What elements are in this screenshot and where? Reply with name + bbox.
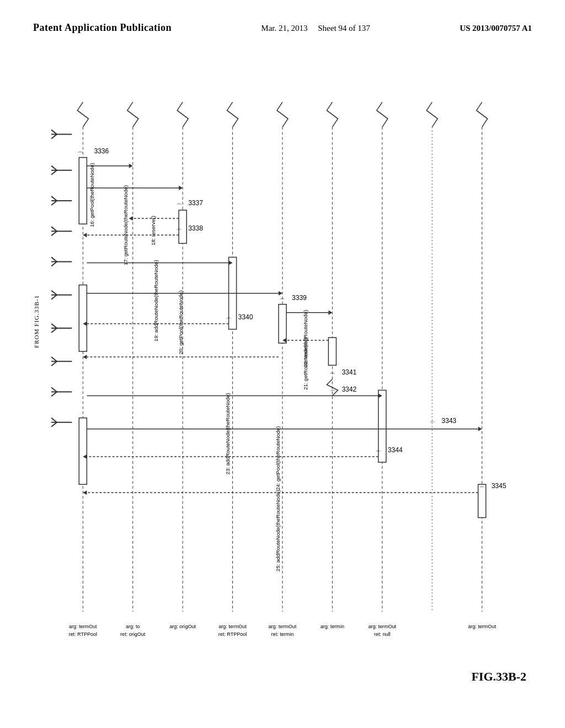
- svg-rect-14: [328, 338, 336, 365]
- svg-text:3344: 3344: [388, 446, 403, 454]
- fig-label: FIG.33B-2: [471, 670, 526, 684]
- svg-text:⌒: ⌒: [479, 486, 485, 493]
- svg-text:⌒: ⌒: [279, 298, 285, 304]
- svg-rect-16: [79, 418, 87, 485]
- header-date: Mar. 21, 2013: [261, 24, 307, 33]
- svg-rect-9: [79, 158, 87, 224]
- svg-marker-23: [129, 216, 133, 221]
- svg-marker-41: [478, 427, 482, 431]
- svg-text:arg: termOut: arg: termOut: [69, 624, 97, 629]
- svg-text:arg: to: arg: to: [126, 624, 140, 629]
- svg-text:arg: termin: arg: termin: [321, 624, 344, 629]
- svg-text:⌒: ⌒: [375, 450, 381, 457]
- svg-text:3340: 3340: [238, 313, 253, 321]
- svg-rect-12: [79, 285, 87, 352]
- svg-text:18: reserve(): 18: reserve(): [150, 216, 156, 245]
- header-sheet: Sheet 94 of 137: [318, 24, 370, 33]
- svg-marker-43: [83, 490, 87, 495]
- svg-text:3337: 3337: [188, 199, 203, 207]
- svg-marker-35: [83, 355, 87, 359]
- svg-text:⌒: ⌒: [226, 317, 232, 324]
- svg-text:3339: 3339: [292, 294, 307, 302]
- svg-text:16: getPool(theRouteNode): 16: getPool(theRouteNode): [89, 163, 95, 227]
- svg-text:3343: 3343: [441, 417, 456, 425]
- svg-text:20: getPool(theRouteNode): 20: getPool(theRouteNode): [178, 291, 184, 355]
- diagram-container: FROM FIG.33B-1: [33, 85, 548, 695]
- svg-text:3336: 3336: [94, 147, 109, 155]
- svg-marker-25: [83, 233, 87, 237]
- svg-text:arg: termOut: arg: termOut: [269, 624, 297, 629]
- svg-marker-31: [328, 311, 332, 315]
- svg-text:⌒: ⌒: [329, 372, 335, 379]
- svg-text:ret: origOut: ret: origOut: [120, 631, 146, 637]
- svg-text:arg: origOut: arg: origOut: [169, 624, 196, 629]
- svg-text:⌒: ⌒: [77, 151, 83, 158]
- svg-text:⌒: ⌒: [429, 421, 435, 427]
- header-meta: Mar. 21, 2013 Sheet 94 of 137: [194, 24, 438, 33]
- svg-text:ret: RTPPool: ret: RTPPool: [218, 631, 247, 637]
- svg-text:17: getRouteNode(theRouteNode): 17: getRouteNode(theRouteNode): [122, 185, 129, 265]
- svg-text:⌒: ⌒: [176, 228, 182, 235]
- svg-text:⌒: ⌒: [329, 389, 335, 396]
- svg-text:arg: termOut: arg: termOut: [218, 624, 247, 629]
- svg-text:ret: RTPPool: ret: RTPPool: [69, 631, 98, 637]
- page-header: Patent Application Publication Mar. 21, …: [0, 22, 565, 34]
- svg-text:3345: 3345: [492, 482, 507, 490]
- svg-text:22: reserve(): 22: reserve(): [302, 338, 308, 367]
- svg-marker-29: [279, 291, 282, 296]
- header-patent: US 2013/0070757 A1: [460, 24, 532, 33]
- svg-text:19: addRouteNode(theRouteNode): 19: addRouteNode(theRouteNode): [153, 260, 159, 341]
- svg-marker-19: [129, 164, 133, 168]
- svg-text:23: addRouteNode(theRouteNode): 23: addRouteNode(theRouteNode): [225, 393, 231, 475]
- svg-text:25: addRouteNode(theRouteNode): 25: addRouteNode(theRouteNode): [275, 490, 281, 571]
- header-title: Patent Application Publication: [33, 22, 172, 34]
- svg-rect-13: [279, 304, 286, 343]
- diagram-svg: ⌒ 3336 ⌒ 3337 ⌒ 3338 ⌒ 3339 ⌒ 3340 ⌒ 334…: [33, 85, 548, 695]
- svg-text:3341: 3341: [342, 368, 356, 376]
- svg-text:⌒: ⌒: [176, 203, 182, 210]
- svg-rect-10: [179, 210, 186, 243]
- svg-text:24: getPool(theRouteNode): 24: getPool(theRouteNode): [275, 426, 281, 490]
- svg-text:arg: termOut: arg: termOut: [468, 624, 496, 629]
- svg-text:3338: 3338: [188, 224, 203, 232]
- svg-text:3342: 3342: [342, 386, 356, 393]
- svg-text:ret: null: ret: null: [374, 631, 391, 637]
- svg-text:ret: termin: ret: termin: [271, 631, 294, 637]
- svg-marker-21: [179, 186, 183, 190]
- svg-text:arg: termOut: arg: termOut: [368, 624, 396, 629]
